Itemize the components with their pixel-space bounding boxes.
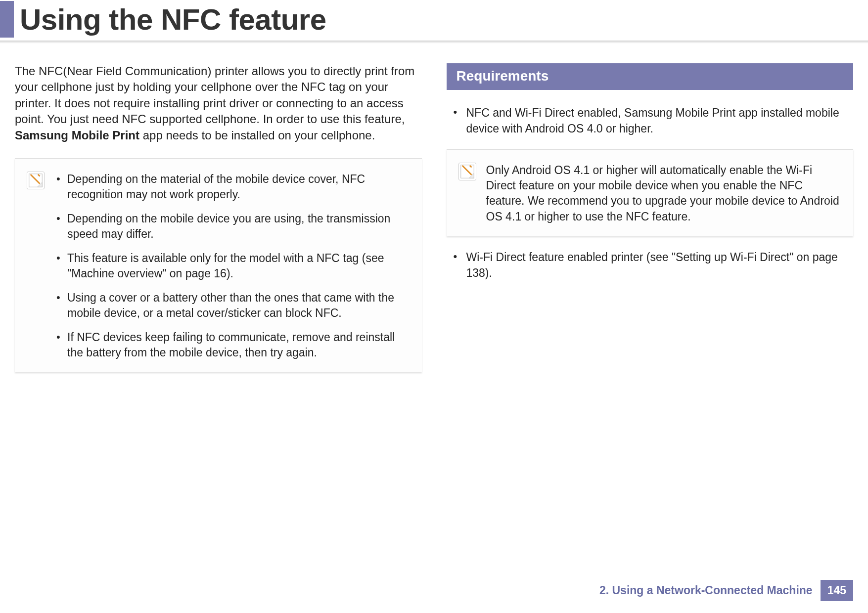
right-column: Requirements NFC and Wi-Fi Direct enable… — [447, 63, 854, 372]
note-box-right: Only Android OS 4.1 or higher will autom… — [447, 149, 854, 236]
intro-text-bold: Samsung Mobile Print — [15, 129, 139, 142]
requirements-list: NFC and Wi-Fi Direct enabled, Samsung Mo… — [447, 105, 854, 136]
note-body: Only Android OS 4.1 or higher will autom… — [486, 163, 842, 224]
left-note-list: Depending on the material of the mobile … — [54, 172, 410, 360]
requirements-list-2: Wi-Fi Direct feature enabled printer (se… — [447, 249, 854, 281]
note-box-left: Depending on the material of the mobile … — [15, 158, 422, 372]
list-item: If NFC devices keep failing to communica… — [54, 330, 410, 360]
page-footer: 2. Using a Network-Connected Machine 145 — [599, 580, 853, 601]
page-title: Using the NFC feature — [20, 2, 326, 38]
page-header: Using the NFC feature — [0, 1, 868, 38]
footer-chapter: 2. Using a Network-Connected Machine — [599, 584, 813, 597]
note-icon — [458, 163, 476, 180]
intro-paragraph: The NFC(Near Field Communication) printe… — [15, 63, 422, 143]
title-divider — [0, 41, 868, 44]
list-item: Depending on the mobile device you are u… — [54, 211, 410, 242]
list-item: Using a cover or a battery other than th… — [54, 290, 410, 321]
note-text: Only Android OS 4.1 or higher will autom… — [486, 163, 842, 224]
list-item: Wi-Fi Direct feature enabled printer (se… — [447, 249, 854, 281]
note-body: Depending on the material of the mobile … — [54, 172, 410, 360]
content-columns: The NFC(Near Field Communication) printe… — [0, 63, 868, 372]
list-item: Depending on the material of the mobile … — [54, 172, 410, 202]
header-accent-tab — [0, 1, 14, 38]
intro-text-post: app needs to be installed on your cellph… — [139, 129, 375, 142]
list-item: NFC and Wi-Fi Direct enabled, Samsung Mo… — [447, 105, 854, 136]
list-item: This feature is available only for the m… — [54, 251, 410, 281]
intro-text-pre: The NFC(Near Field Communication) printe… — [15, 64, 414, 126]
left-column: The NFC(Near Field Communication) printe… — [15, 63, 422, 372]
note-icon — [27, 172, 45, 189]
requirements-heading: Requirements — [447, 63, 854, 90]
footer-page-number: 145 — [821, 580, 853, 601]
